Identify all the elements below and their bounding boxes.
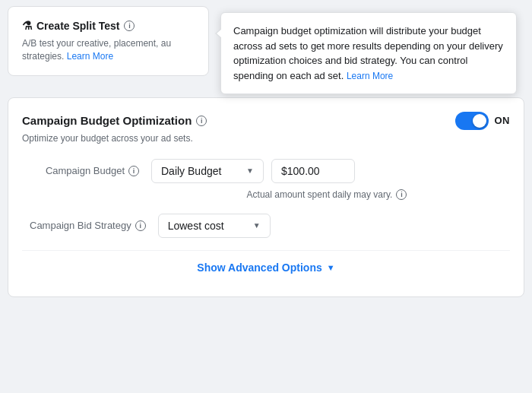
split-test-title: Create Split Test xyxy=(36,20,119,32)
budget-type-label: Daily Budget xyxy=(161,165,221,177)
campaign-budget-row: Campaign Budget i Daily Budget ▼ xyxy=(22,159,510,183)
split-test-info-icon[interactable]: i xyxy=(124,21,135,31)
bid-strategy-label: Campaign Bid Strategy i xyxy=(30,220,158,231)
budget-subtitle: Optimize your budget across your ad sets… xyxy=(22,133,510,144)
show-advanced-button[interactable]: Show Advanced Options ▼ xyxy=(197,254,334,281)
budget-optimization-title: Campaign Budget Optimization xyxy=(22,114,192,127)
tooltip-learn-more[interactable]: Learn More xyxy=(347,71,393,81)
split-test-learn-more[interactable]: Learn More xyxy=(67,51,113,62)
show-advanced-chevron: ▼ xyxy=(327,263,335,272)
toggle-container: ON xyxy=(455,112,511,130)
show-advanced-label: Show Advanced Options xyxy=(197,261,321,274)
toggle-label: ON xyxy=(495,115,511,126)
budget-title-group: Campaign Budget Optimization i xyxy=(22,114,207,127)
campaign-budget-label: Campaign Budget i xyxy=(30,165,151,176)
toggle-thumb xyxy=(473,114,486,128)
bid-strategy-dropdown[interactable]: Lowest cost ▼ xyxy=(158,214,271,238)
budget-type-dropdown[interactable]: Daily Budget ▼ xyxy=(151,159,264,183)
budget-header: Campaign Budget Optimization i ON xyxy=(22,112,510,130)
budget-controls: Daily Budget ▼ xyxy=(151,159,355,183)
bid-strategy-value: Lowest cost xyxy=(168,220,224,232)
split-test-description: A/B test your creative, placement, au st… xyxy=(22,37,195,63)
budget-optimization-toggle[interactable] xyxy=(455,112,489,130)
budget-optimization-card: Campaign Budget Optimization i ON Optimi… xyxy=(8,97,524,297)
budget-amount-input[interactable] xyxy=(271,159,355,183)
toggle-track xyxy=(455,112,489,130)
flask-icon: ⚗ xyxy=(22,19,32,33)
budget-optimization-info-icon[interactable]: i xyxy=(196,116,207,126)
bid-strategy-chevron: ▼ xyxy=(253,221,261,230)
show-advanced-section: Show Advanced Options ▼ xyxy=(22,250,510,281)
bid-strategy-row: Campaign Bid Strategy i Lowest cost ▼ xyxy=(22,214,510,238)
campaign-budget-info-icon[interactable]: i xyxy=(128,166,139,176)
split-test-header: ⚗ Create Split Test i xyxy=(22,19,195,33)
split-test-card: ⚗ Create Split Test i A/B test your crea… xyxy=(8,6,209,76)
campaign-budget-tooltip: Campaign budget optimization will distri… xyxy=(220,12,517,94)
bid-strategy-controls: Lowest cost ▼ xyxy=(158,214,271,238)
budget-hint-info-icon[interactable]: i xyxy=(396,189,407,200)
budget-hint-text: Actual amount spent daily may vary. xyxy=(247,189,393,200)
budget-hint-row: Actual amount spent daily may vary. i xyxy=(22,189,510,200)
bid-strategy-info-icon[interactable]: i xyxy=(135,220,146,231)
budget-type-chevron: ▼ xyxy=(246,166,254,175)
